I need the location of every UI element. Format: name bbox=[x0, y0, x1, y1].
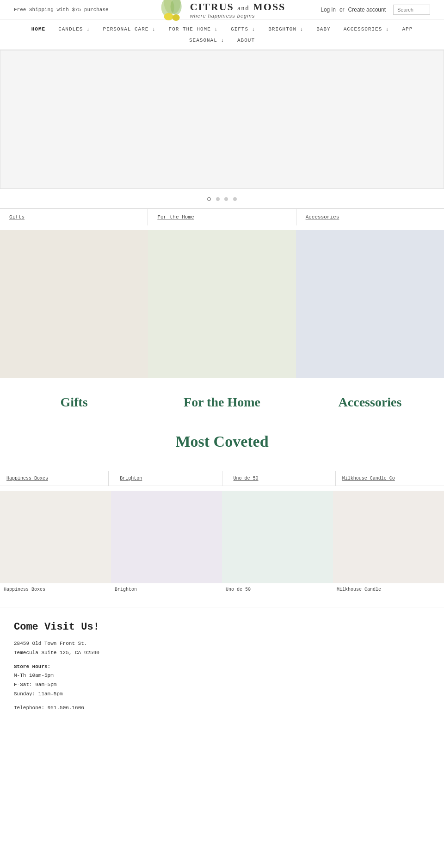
featured-home-image bbox=[148, 230, 296, 378]
or-separator: or bbox=[339, 6, 345, 13]
gifts-label: Gifts bbox=[60, 390, 87, 414]
nav-item-baby[interactable]: BABY bbox=[310, 25, 337, 34]
brand-link-uno-de-50[interactable]: Uno de 50 bbox=[222, 471, 336, 486]
phone-number: 951.506.1606 bbox=[48, 705, 84, 711]
visit-phone: Telephone: 951.506.1606 bbox=[14, 704, 430, 713]
brighton-name: Brighton bbox=[111, 587, 141, 598]
top-right-actions: Log in or Create account bbox=[321, 5, 430, 15]
featured-accessories bbox=[296, 230, 444, 378]
logo-leaf-icon bbox=[159, 0, 186, 26]
featured-grid bbox=[0, 230, 444, 378]
slider-dots bbox=[0, 189, 444, 208]
dot-3[interactable] bbox=[224, 197, 228, 201]
visit-section: Come Visit Us! 28459 Old Town Front St. … bbox=[0, 607, 444, 736]
logo-title: CITRUS and MOSS bbox=[190, 1, 286, 13]
free-shipping-text: Free Shipping with $75 purchase bbox=[14, 7, 109, 12]
milkhouse-name: Milkhouse Candle bbox=[333, 587, 385, 598]
dot-1[interactable] bbox=[207, 197, 211, 201]
hours-mth: M-Th 10am-5pm bbox=[14, 673, 54, 678]
address-line2: Temecula Suite 125, CA 92590 bbox=[14, 650, 99, 656]
nav-item-seasonal[interactable]: SEASONAL ↓ bbox=[183, 36, 231, 45]
featured-accessories-image bbox=[296, 230, 444, 378]
cat-link-accessories[interactable]: Accessories bbox=[296, 209, 444, 225]
brand-link-milkhouse[interactable]: Milkhouse Candle Co bbox=[336, 471, 444, 486]
search-input[interactable] bbox=[393, 5, 430, 15]
dot-2[interactable] bbox=[216, 197, 220, 201]
nav-item-app[interactable]: APP bbox=[395, 25, 419, 34]
hero-image bbox=[0, 50, 444, 188]
brand-link-brighton[interactable]: Brighton bbox=[109, 471, 222, 486]
hours-label: Store Hours: bbox=[14, 664, 50, 669]
nav-item-brighton[interactable]: BRIGHTON ↓ bbox=[262, 25, 310, 34]
brand-item-milkhouse: Milkhouse Candle bbox=[333, 491, 444, 598]
category-links: Gifts For the Home Accessories bbox=[0, 208, 444, 225]
brand-links: Happiness Boxes Brighton Uno de 50 Milkh… bbox=[0, 471, 444, 486]
visit-hours: Store Hours: M-Th 10am-5pm F-Sat: 9am-5p… bbox=[14, 662, 430, 699]
cat-link-gifts[interactable]: Gifts bbox=[0, 209, 148, 225]
nav-row-2: SEASONAL ↓ ABOUT bbox=[0, 36, 444, 45]
top-bar: Free Shipping with $75 purchase CITRUS a… bbox=[0, 0, 444, 20]
phone-label: Telephone: bbox=[14, 705, 44, 711]
featured-gifts-image bbox=[0, 230, 148, 378]
login-link[interactable]: Log in bbox=[321, 6, 336, 13]
create-account-link[interactable]: Create account bbox=[348, 6, 386, 13]
uno-de-50-name: Uno de 50 bbox=[222, 587, 254, 598]
logo-text-block: CITRUS and MOSS where happiness begins bbox=[190, 1, 286, 19]
brand-link-happiness-boxes[interactable]: Happiness Boxes bbox=[0, 471, 109, 486]
featured-labels: Gifts For the Home Accessories bbox=[0, 383, 444, 414]
visit-address: 28459 Old Town Front St. Temecula Suite … bbox=[14, 639, 430, 658]
dot-4[interactable] bbox=[233, 197, 237, 201]
accessories-label: Accessories bbox=[339, 390, 402, 414]
visit-title: Come Visit Us! bbox=[14, 621, 430, 633]
hours-fsat: F-Sat: 9am-5pm bbox=[14, 682, 56, 687]
nav-item-home[interactable]: HOME bbox=[25, 25, 52, 34]
milkhouse-image bbox=[333, 491, 444, 583]
featured-label-accessories[interactable]: Accessories bbox=[296, 383, 444, 414]
most-coveted-section: Most Coveted bbox=[0, 419, 444, 471]
uno-de-50-image bbox=[222, 491, 333, 583]
featured-gifts bbox=[0, 230, 148, 378]
nav-item-candles[interactable]: CANDLES ↓ bbox=[52, 25, 96, 34]
featured-for-the-home bbox=[148, 230, 296, 378]
brand-item-uno-de-50: Uno de 50 bbox=[222, 491, 333, 598]
brand-grid: Happiness Boxes Brighton Uno de 50 Milkh… bbox=[0, 491, 444, 598]
most-coveted-title: Most Coveted bbox=[9, 433, 435, 450]
nav-item-for-the-home[interactable]: FOR THE HOME ↓ bbox=[162, 25, 224, 34]
home-label: For the Home bbox=[184, 390, 260, 414]
nav-row-1: HOME CANDLES ↓ PERSONAL CARE ↓ FOR THE H… bbox=[0, 25, 444, 34]
hero-slider bbox=[0, 50, 444, 189]
nav-item-gifts[interactable]: GIFTS ↓ bbox=[224, 25, 262, 34]
featured-label-home[interactable]: For the Home bbox=[148, 383, 296, 414]
brand-item-brighton: Brighton bbox=[111, 491, 222, 598]
brighton-image bbox=[111, 491, 222, 583]
address-line1: 28459 Old Town Front St. bbox=[14, 641, 87, 646]
nav-item-about[interactable]: ABOUT bbox=[231, 36, 261, 45]
logo: CITRUS and MOSS where happiness begins bbox=[159, 0, 286, 26]
nav-item-personal-care[interactable]: PERSONAL CARE ↓ bbox=[97, 25, 162, 34]
logo-subtitle: where happiness begins bbox=[190, 13, 286, 19]
svg-point-4 bbox=[173, 14, 180, 21]
cat-link-for-the-home[interactable]: For the Home bbox=[148, 209, 296, 225]
happiness-boxes-name: Happiness Boxes bbox=[0, 587, 49, 598]
hours-sun: Sunday: 11am-5pm bbox=[14, 691, 63, 697]
happiness-boxes-image bbox=[0, 491, 111, 583]
featured-label-gifts[interactable]: Gifts bbox=[0, 383, 148, 414]
svg-point-3 bbox=[164, 13, 173, 20]
brand-item-happiness-boxes: Happiness Boxes bbox=[0, 491, 111, 598]
nav-item-accessories[interactable]: ACCESSORIES ↓ bbox=[337, 25, 396, 34]
